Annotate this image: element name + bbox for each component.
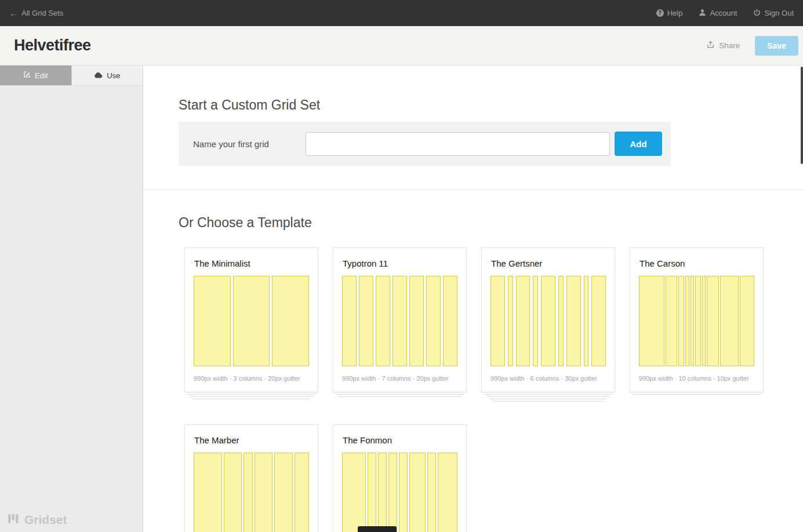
card-body: The Gertsner 990px width · 6 columns · 3…: [481, 247, 615, 392]
card-stack: [184, 393, 318, 399]
grid-preview: [342, 453, 457, 532]
topbar: ← All Grid Sets ? Help Account Sign Out: [0, 0, 803, 26]
edit-icon: [23, 71, 31, 80]
stack-layer: [193, 398, 310, 399]
grid-name-label: Name your first grid: [193, 122, 269, 166]
tab-use[interactable]: Use: [72, 65, 143, 85]
card-body: The Carson 990px width · 10 columns · 10…: [630, 247, 764, 392]
card-stack: [630, 393, 764, 395]
grid-column: [438, 453, 457, 532]
template-name: Typotron 11: [343, 258, 457, 268]
templates-heading: Or Choose a Template: [179, 215, 312, 231]
cloud-icon: [94, 71, 103, 80]
template-meta: 990px width · 7 columns · 20px gutter: [342, 375, 457, 382]
template-name: The Fonmon: [343, 435, 457, 445]
topbar-left: ← All Grid Sets: [9, 9, 63, 17]
grid-column: [388, 453, 397, 532]
grid-column: [272, 276, 309, 366]
back-arrow-icon: ←: [9, 9, 18, 17]
account-link[interactable]: Account: [699, 9, 737, 18]
grid-column: [224, 453, 242, 532]
grid-column: [639, 276, 664, 366]
stack-layer: [493, 400, 604, 402]
grid-column: [194, 276, 231, 366]
grid-column: [378, 453, 387, 532]
template-card[interactable]: The Fonmon: [333, 424, 467, 532]
template-meta: 990px width · 10 columns · 10px gutter: [639, 375, 754, 382]
page-title: Helvetifree: [14, 37, 706, 54]
help-link[interactable]: ? Help: [656, 9, 683, 17]
grid-column: [255, 453, 272, 532]
grid-column: [490, 276, 505, 366]
grid-column: [376, 276, 390, 366]
grid-column: [533, 276, 538, 366]
template-card[interactable]: Typotron 11 990px width · 7 columns · 20…: [333, 247, 467, 402]
stack-layer: [187, 393, 315, 395]
all-grid-sets-label: All Grid Sets: [21, 9, 63, 17]
template-meta: 990px width · 6 columns · 30px gutter: [490, 375, 606, 382]
grid-preview: [639, 276, 754, 366]
card-body: The Minimalist 990px width · 3 columns ·…: [184, 247, 318, 392]
grid-column: [707, 276, 718, 366]
grid-column: [702, 276, 706, 366]
grid-column: [508, 276, 513, 366]
help-label: Help: [667, 9, 683, 17]
grid-column: [393, 276, 407, 366]
scrollbar-thumb[interactable]: [801, 67, 803, 164]
add-button[interactable]: Add: [615, 132, 662, 156]
grid-column: [295, 453, 310, 532]
grid-preview: [194, 276, 309, 366]
tab-edit[interactable]: Edit: [0, 65, 72, 85]
grid-column: [342, 276, 357, 366]
stack-layer: [336, 393, 464, 395]
card-body: Typotron 11 990px width · 7 columns · 20…: [333, 247, 467, 392]
grid-column: [584, 276, 589, 366]
share-button[interactable]: Share: [706, 41, 740, 50]
template-card[interactable]: The Gertsner 990px width · 6 columns · 3…: [481, 247, 615, 402]
grid-column: [516, 276, 531, 366]
template-card[interactable]: The Carson 990px width · 10 columns · 10…: [630, 247, 764, 402]
card-stack: [333, 393, 467, 397]
card-body: The Fonmon: [333, 424, 467, 532]
all-grid-sets-link[interactable]: ← All Grid Sets: [9, 9, 63, 17]
power-icon: [753, 9, 761, 18]
template-name: The Carson: [640, 258, 754, 268]
grid-preview: [490, 276, 606, 366]
section-divider: [144, 190, 803, 190]
save-button[interactable]: Save: [755, 36, 798, 56]
gridset-logo: Gridset: [8, 513, 67, 527]
grid-column: [359, 276, 373, 366]
stack-layer: [487, 396, 609, 397]
grid-column: [274, 453, 292, 532]
template-cards: The Minimalist 990px width · 3 columns ·…: [184, 247, 770, 532]
share-icon: [706, 41, 715, 50]
signout-link[interactable]: Sign Out: [753, 9, 794, 18]
template-card[interactable]: The Marber: [184, 424, 318, 532]
grid-column: [558, 276, 564, 366]
help-icon: ?: [656, 9, 664, 17]
grid-column: [695, 276, 701, 366]
header: Helvetifree Share Save: [0, 26, 803, 65]
template-card[interactable]: The Minimalist 990px width · 3 columns ·…: [184, 247, 318, 402]
tab-use-label: Use: [107, 71, 120, 80]
grid-column: [685, 276, 689, 366]
grid-column: [691, 276, 694, 366]
grid-column: [720, 276, 739, 366]
stack-layer: [633, 393, 761, 395]
grid-column: [678, 276, 684, 366]
stack-layer: [490, 398, 606, 399]
grid-column: [426, 276, 441, 366]
tab-edit-label: Edit: [35, 71, 48, 80]
grid-column: [443, 276, 457, 366]
new-grid-form: Name your first grid Add: [179, 122, 671, 166]
grid-column: [541, 276, 555, 366]
sidebar-tabs: Edit Use: [0, 65, 143, 86]
grid-preview: [194, 453, 309, 532]
template-name: The Gertsner: [491, 258, 606, 268]
custom-grid-heading: Start a Custom Grid Set: [179, 97, 320, 113]
grid-column: [591, 276, 606, 366]
bottom-peek-tab[interactable]: [358, 526, 397, 532]
grid-column: [427, 453, 436, 532]
grid-column: [194, 453, 222, 532]
grid-name-input[interactable]: [306, 132, 610, 156]
